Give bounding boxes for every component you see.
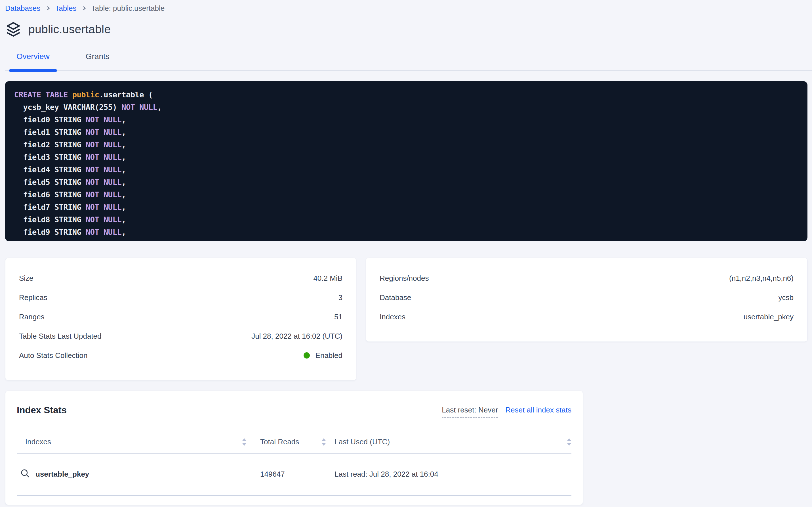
detail-value: 51: [334, 313, 342, 321]
detail-value: Jul 28, 2022 at 16:02 (UTC): [251, 332, 342, 340]
detail-value: 40.2 MiB: [313, 274, 342, 282]
sql-token: field1 STRING: [14, 128, 86, 136]
detail-row: Auto Stats CollectionEnabled: [19, 351, 342, 360]
table-row: usertable_pkey149647Last read: Jul 28, 2…: [17, 454, 571, 496]
sql-token: NOT NULL: [86, 178, 121, 186]
reset-index-stats-link[interactable]: Reset all index stats: [505, 406, 571, 414]
sql-token: field3 STRING: [14, 153, 86, 162]
chevron-right-icon: [82, 6, 86, 10]
tab-bar: Overview Grants: [5, 52, 812, 71]
sql-token: field2 STRING: [14, 140, 86, 149]
breadcrumb: DatabasesTablesTable: public.usertable: [5, 0, 807, 12]
sql-line: field9 STRING NOT NULL,: [14, 226, 801, 238]
sql-line: CREATE TABLE public.usertable (: [14, 89, 801, 101]
status-dot: [304, 352, 310, 358]
detail-value: usertable_pkey: [744, 313, 794, 321]
column-header-total-reads[interactable]: Total Reads: [247, 438, 326, 446]
sql-line: field5 STRING NOT NULL,: [14, 176, 801, 188]
sql-token: NOT NULL: [86, 153, 121, 162]
magnifier-icon: [20, 468, 30, 480]
detail-label: Table Stats Last Updated: [19, 332, 102, 340]
sql-token: NOT NULL: [86, 165, 121, 174]
create-table-statement: CREATE TABLE public.usertable ( ycsb_key…: [5, 81, 807, 241]
overview-cards: Size40.2 MiBReplicas3Ranges51Table Stats…: [5, 258, 807, 380]
sql-token: field9 STRING: [14, 228, 86, 236]
index-name: usertable_pkey: [36, 470, 89, 478]
sql-line: field1 STRING NOT NULL,: [14, 126, 801, 138]
detail-label: Database: [380, 293, 411, 302]
sql-token: field5 STRING: [14, 178, 86, 186]
index-stats-table-body: usertable_pkey149647Last read: Jul 28, 2…: [17, 454, 571, 496]
sql-token: ,: [121, 178, 126, 186]
detail-row: Indexesusertable_pkey: [380, 313, 794, 321]
sql-token: field0 STRING: [14, 115, 86, 124]
sql-token: public: [72, 90, 99, 99]
sql-token: NOT NULL: [86, 115, 121, 124]
sql-token: NOT NULL: [86, 140, 121, 149]
sql-token: field4 STRING: [14, 165, 86, 174]
sql-line: field4 STRING NOT NULL,: [14, 164, 801, 176]
sql-token: CREATE TABLE: [14, 90, 72, 99]
sort-icon: [567, 438, 571, 446]
sql-line: field2 STRING NOT NULL,: [14, 138, 801, 151]
detail-label: Auto Stats Collection: [19, 351, 87, 360]
index-stats-header: Index Stats Last reset: Never Reset all …: [17, 404, 571, 417]
sql-token: field6 STRING: [14, 190, 86, 199]
layers-icon: [5, 21, 21, 38]
sql-token: ,: [121, 153, 126, 162]
sql-token: NOT NULL: [86, 203, 121, 212]
sql-token: ,: [121, 140, 126, 149]
sql-line: field3 STRING NOT NULL,: [14, 151, 801, 164]
detail-value: (n1,n2,n3,n4,n5,n6): [729, 274, 794, 282]
sort-icon: [321, 438, 326, 446]
sql-token: field8 STRING: [14, 215, 86, 224]
chevron-right-icon: [46, 6, 50, 10]
sql-token: ,: [121, 203, 126, 212]
detail-value: Enabled: [304, 351, 342, 360]
detail-label: Regions/nodes: [380, 274, 429, 282]
breadcrumb-link[interactable]: Databases: [5, 4, 40, 12]
sql-token: ,: [121, 165, 126, 174]
page-content: DatabasesTablesTable: public.usertable p…: [0, 0, 812, 505]
column-header-indexes[interactable]: Indexes: [17, 438, 247, 446]
detail-row: Table Stats Last UpdatedJul 28, 2022 at …: [19, 332, 342, 340]
detail-row: Databaseycsb: [380, 293, 794, 302]
sql-token: NOT NULL: [121, 103, 157, 112]
sort-icon: [242, 438, 247, 446]
sql-line: field6 STRING NOT NULL,: [14, 188, 801, 201]
sql-line: ycsb_key VARCHAR(255) NOT NULL,: [14, 101, 801, 114]
index-stats-actions: Last reset: Never Reset all index stats: [442, 404, 571, 417]
index-name-cell[interactable]: usertable_pkey: [17, 468, 247, 480]
sql-token: ,: [157, 103, 162, 112]
column-header-last-used[interactable]: Last Used (UTC): [326, 438, 571, 446]
detail-row: Size40.2 MiB: [19, 274, 342, 282]
detail-row: Ranges51: [19, 313, 342, 321]
detail-label: Replicas: [19, 293, 47, 302]
sql-token: ,: [121, 128, 126, 136]
sql-token: ,: [121, 190, 126, 199]
sql-token: NOT NULL: [86, 190, 121, 199]
detail-row: Regions/nodes(n1,n2,n3,n4,n5,n6): [380, 274, 794, 282]
breadcrumb-link[interactable]: Tables: [55, 4, 76, 12]
last-reset-label: Last reset: Never: [442, 406, 498, 417]
detail-value: 3: [338, 293, 342, 302]
sql-token: field7 STRING: [14, 203, 86, 212]
page-header: public.usertable: [5, 21, 807, 38]
sql-line: field7 STRING NOT NULL,: [14, 201, 801, 214]
sql-token: ,: [121, 115, 126, 124]
tab-grants[interactable]: Grants: [78, 52, 117, 70]
sql-token: ycsb_key VARCHAR(255): [14, 103, 121, 112]
sql-line: field8 STRING NOT NULL,: [14, 214, 801, 226]
detail-row: Replicas3: [19, 293, 342, 302]
detail-value: ycsb: [778, 293, 794, 302]
sql-token: NOT NULL: [86, 215, 121, 224]
index-stats-title: Index Stats: [17, 404, 67, 416]
detail-label: Size: [19, 274, 34, 282]
last-used-cell: Last read: Jul 28, 2022 at 16:04: [326, 470, 571, 478]
table-meta-card: Regions/nodes(n1,n2,n3,n4,n5,n6)Database…: [366, 258, 807, 342]
table-details-card: Size40.2 MiBReplicas3Ranges51Table Stats…: [5, 258, 356, 380]
column-label: Indexes: [25, 438, 51, 446]
column-label: Last Used (UTC): [334, 438, 390, 446]
tab-overview[interactable]: Overview: [9, 52, 57, 70]
page-title: public.usertable: [28, 23, 111, 36]
